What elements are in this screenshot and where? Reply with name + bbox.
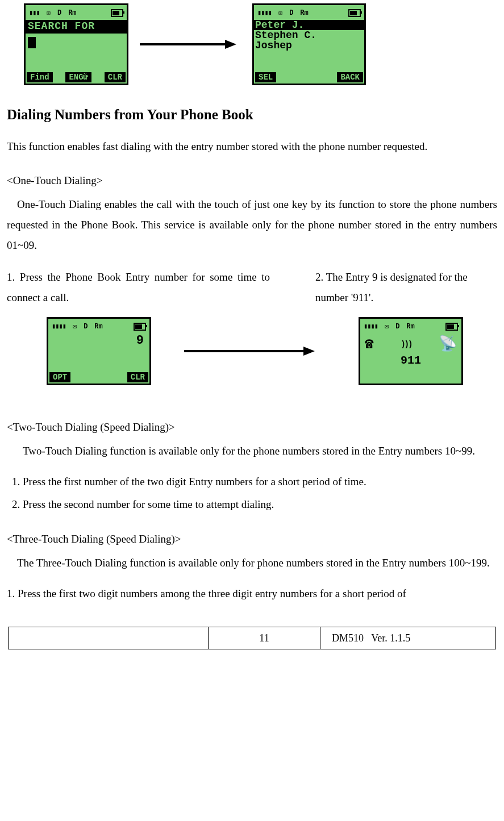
screen-title: SEARCH FOR bbox=[26, 20, 127, 34]
d-icon: D bbox=[84, 323, 88, 330]
envelope-icon: ✉ bbox=[73, 323, 77, 330]
contact-list: Peter J. Stephen C. Joshep bbox=[254, 20, 364, 72]
screen-911-wrap: ▮▮▮▮ ✉ D Rm ☎ ))) 📡 911 bbox=[359, 317, 463, 385]
footer-version: DM510 Ver. 1.1.5 bbox=[320, 627, 495, 649]
step-1-text: 1. Press the Phone Book Entry number for… bbox=[7, 267, 270, 308]
subheading-two-touch: <Two-Touch Dialing (Speed Dialing)> bbox=[7, 417, 497, 437]
two-touch-steps: Press the first number of the two digit … bbox=[7, 472, 497, 515]
two-touch-step-1: Press the first number of the two digit … bbox=[23, 472, 497, 492]
two-touch-step-2: Press the second number for some time to… bbox=[23, 494, 497, 515]
satellite-icon: 📡 bbox=[439, 337, 457, 352]
envelope-icon: ✉ bbox=[278, 10, 282, 16]
signal-waves-icon: ))) bbox=[401, 340, 411, 348]
svg-marker-3 bbox=[303, 347, 315, 356]
signal-icon: ▮▮▮▮ bbox=[257, 10, 272, 16]
paragraph-three-touch: The Three-Touch Dialing function is avai… bbox=[7, 553, 497, 573]
d-icon: D bbox=[57, 10, 61, 16]
top-screen-row: ▮▮▮ ✉ D Rm SEARCH FOR Find ENGữ CLR ▮▮▮▮ bbox=[24, 3, 497, 85]
screen-entry-9: ▮▮▮▮ ✉ D Rm 9 OPT CLR bbox=[47, 317, 151, 385]
envelope-icon: ✉ bbox=[385, 323, 389, 330]
softkey-sel[interactable]: SEL bbox=[255, 72, 276, 82]
status-bar: ▮▮▮▮ ✉ D Rm bbox=[254, 5, 364, 20]
calling-animation: ☎ ))) 📡 bbox=[360, 334, 461, 355]
rm-icon: Rm bbox=[94, 323, 102, 330]
rm-icon: Rm bbox=[300, 10, 308, 16]
page-footer: 11 DM510 Ver. 1.1.5 bbox=[8, 627, 496, 649]
d-icon: D bbox=[395, 323, 399, 330]
three-touch-step-1: 1. Press the first two digit numbers amo… bbox=[7, 584, 497, 604]
battery-icon bbox=[134, 323, 146, 331]
footer-page-number: 11 bbox=[209, 627, 320, 649]
entered-digit: 9 bbox=[51, 335, 147, 347]
softkey-back[interactable]: BACK bbox=[337, 72, 363, 82]
arrow-right-icon bbox=[184, 345, 315, 357]
subheading-three-touch: <Three-Touch Dialing (Speed Dialing)> bbox=[7, 529, 497, 549]
battery-icon bbox=[445, 323, 458, 331]
status-bar: ▮▮▮ ✉ D Rm bbox=[26, 5, 127, 20]
screen-contacts: ▮▮▮▮ ✉ D Rm Peter J. Stephen C. Joshep S… bbox=[252, 3, 366, 85]
softkey-clr[interactable]: CLR bbox=[105, 72, 126, 82]
screen-dial-911: ▮▮▮▮ ✉ D Rm ☎ ))) 📡 911 bbox=[359, 317, 463, 385]
softkey-row: OPT CLR bbox=[48, 372, 149, 384]
contact-item[interactable]: Stephen C. bbox=[254, 30, 364, 40]
digit-display: 9 bbox=[48, 334, 149, 372]
softkey-opt[interactable]: OPT bbox=[49, 372, 70, 382]
dialed-number: 911 bbox=[360, 355, 461, 366]
battery-icon bbox=[111, 9, 123, 17]
screen-search-for: ▮▮▮ ✉ D Rm SEARCH FOR Find ENGữ CLR bbox=[24, 3, 128, 85]
rm-icon: Rm bbox=[68, 10, 76, 16]
heading-dialing: Dialing Numbers from Your Phone Book bbox=[7, 101, 497, 128]
battery-icon bbox=[348, 9, 361, 17]
status-bar: ▮▮▮▮ ✉ D Rm bbox=[360, 319, 461, 334]
phone-icon: ☎ bbox=[365, 337, 374, 352]
contact-item-selected[interactable]: Peter J. bbox=[254, 20, 364, 30]
svg-marker-1 bbox=[225, 40, 236, 49]
arrow-right-icon bbox=[140, 39, 236, 50]
envelope-icon: ✉ bbox=[47, 10, 51, 16]
footer-empty bbox=[9, 627, 209, 649]
one-touch-steps-row: 1. Press the Phone Book Entry number for… bbox=[7, 267, 497, 308]
text-cursor bbox=[28, 37, 36, 48]
signal-icon: ▮▮▮▮ bbox=[52, 323, 66, 330]
screen-entry-9-wrap: ▮▮▮▮ ✉ D Rm 9 OPT CLR bbox=[47, 317, 151, 385]
contact-item[interactable]: Joshep bbox=[254, 40, 364, 51]
paragraph-two-touch: Two-Touch Dialing function is available … bbox=[7, 441, 497, 461]
subheading-one-touch: <One-Touch Dialing> bbox=[7, 170, 497, 191]
signal-icon: ▮▮▮▮ bbox=[364, 323, 378, 330]
softkey-find[interactable]: Find bbox=[27, 72, 53, 82]
footer-model: DM510 bbox=[332, 632, 364, 644]
d-icon: D bbox=[289, 10, 293, 16]
paragraph-one-touch: One-Touch Dialing enables the call with … bbox=[7, 194, 497, 256]
paragraph-intro: This function enables fast dialing with … bbox=[7, 136, 497, 157]
softkey-clr[interactable]: CLR bbox=[127, 372, 148, 382]
softkey-lang[interactable]: ENGữ bbox=[65, 72, 91, 82]
softkey-row: SEL BACK bbox=[254, 72, 364, 84]
page-content: ▮▮▮ ✉ D Rm SEARCH FOR Find ENGữ CLR ▮▮▮▮ bbox=[0, 3, 504, 649]
status-bar: ▮▮▮▮ ✉ D Rm bbox=[48, 319, 149, 334]
footer-ver-text: Ver. 1.1.5 bbox=[371, 632, 410, 644]
one-touch-screens-row: ▮▮▮▮ ✉ D Rm 9 OPT CLR bbox=[7, 317, 497, 385]
softkey-row: Find ENGữ CLR bbox=[26, 72, 127, 84]
rm-icon: Rm bbox=[406, 323, 414, 330]
step-2-text: 2. The Entry 9 is designated for the num… bbox=[315, 267, 497, 308]
screen-body bbox=[26, 34, 127, 72]
signal-icon: ▮▮▮ bbox=[29, 10, 40, 16]
